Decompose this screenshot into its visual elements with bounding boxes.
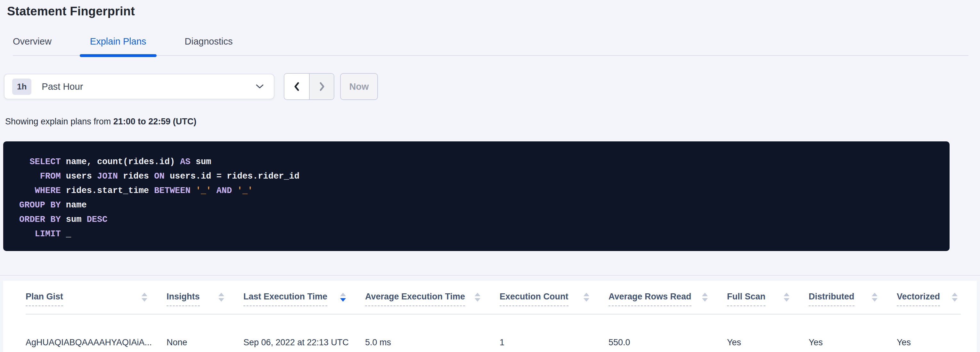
column-header-insights[interactable]: Insights xyxy=(167,292,243,306)
cell-full-scan: Yes xyxy=(727,338,809,347)
sort-arrows-icon[interactable] xyxy=(872,293,878,302)
table-header-row: Plan GistInsightsLast Execution TimeAver… xyxy=(25,281,961,315)
status-line: Showing explain plans from 21:00 to 22:5… xyxy=(5,117,980,126)
status-prefix: Showing explain plans from xyxy=(5,117,113,126)
cell-average-execution-time: 5.0 ms xyxy=(365,338,500,347)
cell-vectorized: Yes xyxy=(897,338,961,347)
previous-time-button[interactable] xyxy=(285,74,309,99)
tab-bar: OverviewExplain PlansDiagnostics xyxy=(13,36,969,56)
sort-arrows-icon[interactable] xyxy=(142,293,147,302)
sql-line: SELECT name, count(rides.id) AS sum xyxy=(19,155,937,169)
sort-arrows-icon[interactable] xyxy=(584,293,589,302)
sql-line: FROM users JOIN rides ON users.id = ride… xyxy=(19,169,937,184)
time-range-label: Past Hour xyxy=(41,82,255,92)
time-range-badge: 1h xyxy=(12,78,31,95)
sort-arrows-icon[interactable] xyxy=(702,293,708,302)
column-header-execution-count[interactable]: Execution Count xyxy=(500,292,608,306)
chevron-right-icon xyxy=(318,81,326,92)
sql-line: WHERE rides.start_time BETWEEN '_' AND '… xyxy=(19,184,937,198)
cell-execution-count: 1 xyxy=(500,338,608,347)
column-header-plan-gist[interactable]: Plan Gist xyxy=(25,292,167,306)
sql-line: GROUP BY name xyxy=(19,198,937,213)
sql-line: LIMIT _ xyxy=(19,227,937,242)
column-header-average-execution-time[interactable]: Average Execution Time xyxy=(365,292,500,306)
column-header-distributed[interactable]: Distributed xyxy=(809,292,897,306)
sql-statement-box: SELECT name, count(rides.id) AS sum FROM… xyxy=(3,141,950,251)
status-range: 21:00 to 22:59 (UTC) xyxy=(113,117,197,126)
table-row: AgHUAQIABQAAAAHYAQIAiA...NoneSep 06, 202… xyxy=(25,315,961,352)
chevron-down-icon xyxy=(255,84,264,90)
cell-insights: None xyxy=(167,338,243,347)
explain-plans-table: Plan GistInsightsLast Execution TimeAver… xyxy=(3,281,977,352)
column-header-average-rows-read[interactable]: Average Rows Read xyxy=(608,292,727,306)
cell-plan-gist[interactable]: AgHUAQIABQAAAAHYAQIAiA... xyxy=(25,338,167,347)
sort-arrows-icon[interactable] xyxy=(218,293,224,302)
sort-arrows-icon[interactable] xyxy=(475,293,480,302)
cell-average-rows-read: 550.0 xyxy=(608,338,727,347)
sql-line: ORDER BY sum DESC xyxy=(19,213,937,227)
tab-explain-plans[interactable]: Explain Plans xyxy=(90,36,146,55)
column-header-full-scan[interactable]: Full Scan xyxy=(727,292,809,306)
cell-distributed: Yes xyxy=(809,338,897,347)
sort-arrows-icon[interactable] xyxy=(784,293,789,302)
sql-code: SELECT name, count(rides.id) AS sum FROM… xyxy=(19,155,937,242)
cell-last-execution-time: Sep 06, 2022 at 22:13 UTC xyxy=(243,338,365,347)
column-header-vectorized[interactable]: Vectorized xyxy=(897,292,961,306)
next-time-button[interactable] xyxy=(309,74,334,99)
sort-arrows-icon[interactable] xyxy=(340,293,346,302)
sort-arrows-icon[interactable] xyxy=(952,293,958,302)
time-nav-group xyxy=(284,73,334,100)
page-title: Statement Fingerprint xyxy=(0,0,980,18)
time-controls: 1h Past Hour Now xyxy=(4,73,980,100)
time-range-dropdown[interactable]: 1h Past Hour xyxy=(4,74,274,99)
chevron-left-icon xyxy=(293,81,301,92)
section-divider xyxy=(0,275,980,276)
column-header-last-execution-time[interactable]: Last Execution Time xyxy=(243,292,365,306)
tab-overview[interactable]: Overview xyxy=(13,36,52,55)
now-button[interactable]: Now xyxy=(340,73,378,100)
table-body: AgHUAQIABQAAAAHYAQIAiA...NoneSep 06, 202… xyxy=(25,315,961,352)
tab-diagnostics[interactable]: Diagnostics xyxy=(185,36,233,55)
